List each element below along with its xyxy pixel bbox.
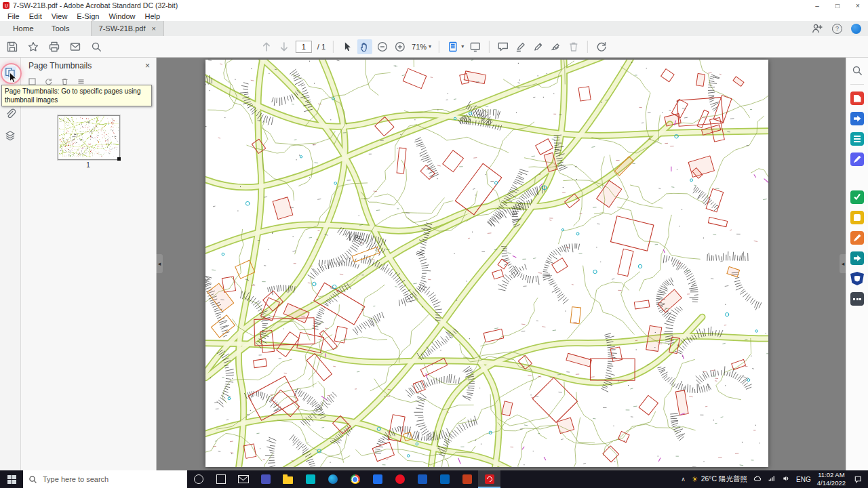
page-number-input[interactable]	[296, 41, 312, 53]
panel-close-icon[interactable]: ×	[145, 61, 150, 70]
menu-file[interactable]: File	[3, 12, 24, 20]
search-input[interactable]	[41, 474, 182, 484]
menu-view[interactable]: View	[47, 12, 73, 20]
attachments-paperclip-icon[interactable]	[4, 108, 16, 120]
delete-tool-icon[interactable]	[568, 41, 580, 53]
tools-rail	[846, 57, 868, 470]
fill-sign-tool-icon[interactable]	[550, 41, 562, 53]
compress-pdf-icon[interactable]	[850, 251, 864, 265]
save-icon[interactable]	[6, 41, 18, 53]
windows-logo-icon	[7, 475, 16, 484]
tab-close-icon[interactable]: ×	[151, 24, 155, 33]
reading-mode-icon[interactable]	[469, 41, 481, 53]
pinned-apps	[187, 470, 500, 488]
cortana-icon[interactable]	[187, 470, 210, 488]
page-display-dropdown[interactable]: ▾	[447, 41, 464, 53]
request-signatures-icon[interactable]	[850, 190, 864, 204]
edit-pdf-icon[interactable]	[850, 152, 864, 166]
teams-icon[interactable]	[254, 470, 277, 488]
share-icon[interactable]	[811, 22, 823, 35]
tab-document-label: 7-SW-21B.pdf	[99, 24, 146, 33]
content-area: Page Thumbnails ×	[0, 57, 868, 470]
thumbnail-page-number: 1	[58, 161, 119, 169]
store-icon[interactable]	[299, 470, 321, 488]
page-thumbnail[interactable]	[58, 115, 120, 160]
network-icon[interactable]	[768, 474, 776, 484]
photos-icon[interactable]	[366, 470, 389, 488]
close-button[interactable]: ×	[848, 0, 868, 11]
more-tools-icon[interactable]	[850, 292, 864, 306]
clock-widget[interactable]: 11:02 AM 4/14/2022	[817, 471, 846, 487]
menu-esign[interactable]: E-Sign	[72, 12, 104, 20]
document-view-area[interactable]: ◂ ◂	[156, 57, 846, 470]
user-avatar[interactable]	[851, 24, 861, 34]
date-label: 4/14/2022	[817, 479, 846, 487]
next-page-icon[interactable]	[278, 41, 290, 53]
chevron-down-icon: ▾	[461, 44, 464, 49]
organize-pages-icon[interactable]	[850, 132, 864, 146]
hand-tool-selected[interactable]	[357, 39, 372, 54]
weather-widget[interactable]: ☀ 26°C 陽光普照	[692, 474, 747, 484]
taskbar-search[interactable]	[23, 470, 187, 488]
comment-tool-icon[interactable]	[497, 41, 509, 53]
fill-sign-icon[interactable]	[850, 231, 864, 245]
tab-home[interactable]: Home	[4, 21, 43, 36]
file-explorer-icon[interactable]	[277, 470, 299, 488]
language-indicator[interactable]: ENG	[796, 476, 811, 483]
protect-icon[interactable]	[850, 272, 864, 285]
expand-right-panel-handle[interactable]: ◂	[840, 254, 846, 273]
minimize-button[interactable]: –	[807, 0, 827, 11]
favorites-star-icon[interactable]	[27, 41, 39, 53]
create-pdf-icon[interactable]	[850, 92, 864, 105]
menu-edit[interactable]: Edit	[24, 12, 47, 20]
tab-bar: Home Tools 7-SW-21B.pdf × ?	[0, 21, 868, 37]
select-tool-icon[interactable]	[341, 41, 353, 53]
redo-icon[interactable]	[595, 41, 608, 53]
media-player-icon[interactable]	[389, 470, 411, 488]
menu-help[interactable]: Help	[140, 12, 165, 20]
acrobat-taskbar-icon[interactable]	[478, 470, 500, 488]
chrome-icon[interactable]	[344, 470, 366, 488]
volume-icon[interactable]	[782, 474, 790, 484]
word-icon[interactable]	[411, 470, 433, 488]
panel-title: Page Thumbnails	[28, 61, 92, 70]
previous-page-icon[interactable]	[260, 41, 273, 53]
thumbnails-tooltip: Page Thumbnails: Go to specific pages us…	[1, 85, 152, 106]
zoom-in-icon[interactable]	[394, 41, 406, 53]
search-tool-icon[interactable]	[850, 64, 864, 77]
window-title: 7-SW-21B.pdf - Adobe Acrobat Standard DC…	[13, 1, 178, 9]
maximize-button[interactable]: □	[827, 0, 848, 11]
export-pdf-icon[interactable]	[850, 112, 864, 125]
survey-map-drawing[interactable]	[205, 60, 768, 467]
menu-window[interactable]: Window	[104, 12, 140, 20]
tab-tools[interactable]: Tools	[43, 21, 79, 36]
acrobat-window: 7-SW-21B.pdf - Adobe Acrobat Standard DC…	[0, 0, 868, 488]
time-label: 11:02 AM	[817, 471, 846, 479]
page-thumbnail-image[interactable]	[59, 117, 119, 157]
collapse-left-panel-handle[interactable]: ◂	[156, 254, 163, 273]
mail-icon[interactable]	[232, 470, 254, 488]
page-thumbnails-icon[interactable]	[4, 66, 16, 79]
powerpoint-icon[interactable]	[456, 470, 478, 488]
email-icon[interactable]	[69, 41, 81, 53]
edge-icon[interactable]	[321, 470, 344, 488]
zoom-out-icon[interactable]	[376, 41, 389, 53]
sign-tool-icon[interactable]	[532, 41, 545, 53]
tray-expand-icon[interactable]: ∧	[681, 476, 686, 483]
find-icon[interactable]	[90, 41, 102, 53]
help-icon[interactable]: ?	[832, 24, 842, 34]
highlight-tool-icon[interactable]	[515, 41, 527, 53]
pdf-page[interactable]	[205, 60, 768, 467]
start-button[interactable]	[0, 470, 23, 488]
thumbnail-resize-handle[interactable]	[117, 157, 121, 161]
tab-document[interactable]: 7-SW-21B.pdf ×	[91, 21, 164, 36]
comment-tool-rail-icon[interactable]	[850, 211, 864, 224]
zoom-level-dropdown[interactable]: 71% ▾	[412, 43, 431, 51]
task-view-icon[interactable]	[210, 470, 232, 488]
layers-icon[interactable]	[4, 129, 16, 142]
action-center-icon[interactable]	[852, 475, 864, 483]
print-icon[interactable]	[48, 41, 60, 53]
onedrive-cloud-icon[interactable]	[753, 474, 762, 484]
outlook-icon[interactable]	[433, 470, 456, 488]
page-thumbnails-panel: Page Thumbnails ×	[20, 57, 157, 470]
